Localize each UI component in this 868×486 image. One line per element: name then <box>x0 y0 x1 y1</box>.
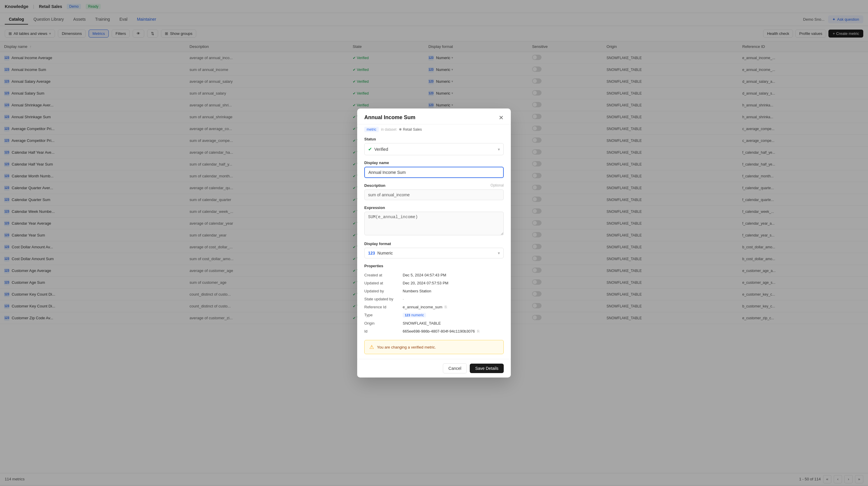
copy-reference-id-button[interactable]: ⎘ <box>444 305 447 309</box>
display-name-input[interactable] <box>364 167 504 178</box>
reference-id-key: Reference Id <box>364 305 403 309</box>
status-section: Status ✔ Verified ▾ <box>364 137 504 155</box>
verified-check-icon: ✔ <box>368 146 372 152</box>
modal-body: Status ✔ Verified ▾ Display name Descrip… <box>357 132 511 359</box>
expression-textarea[interactable]: SUM(e_annual_income) <box>364 212 504 235</box>
copy-id-button[interactable]: ⎘ <box>476 329 480 334</box>
prop-updated-by: Updated by Numbers Station <box>364 287 504 295</box>
status-label: Status <box>364 137 504 141</box>
id-key: Id <box>364 329 403 334</box>
prop-state-updated-by: State updated by - <box>364 295 504 303</box>
prop-id: Id 665ee698-986b-4807-804f-94c1190b3076 … <box>364 327 504 335</box>
type-badge-icon: 123 <box>405 313 410 317</box>
modal-overlay[interactable]: Annual Income Sum ✕ metric in dataset ❄ … <box>0 0 868 485</box>
modal-meta: metric in dataset ❄ Retail Sales <box>357 124 511 132</box>
status-value: Verified <box>374 147 495 152</box>
description-label: Description Optional <box>364 183 504 188</box>
prop-created-at: Created at Dec 5, 2024 04:57:43 PM <box>364 271 504 279</box>
type-badge: 123 numeric <box>403 313 426 317</box>
properties-section: Properties Created at Dec 5, 2024 04:57:… <box>364 264 504 335</box>
expression-label: Expression <box>364 205 504 210</box>
expression-section: Expression SUM(e_annual_income) <box>364 205 504 236</box>
status-dropdown[interactable]: ✔ Verified ▾ <box>364 143 504 155</box>
created-at-value: Dec 5, 2024 04:57:43 PM <box>403 273 446 277</box>
snowflake-icon: ❄ <box>399 127 402 132</box>
type-key: Type <box>364 313 403 317</box>
display-name-label: Display name <box>364 161 504 165</box>
warning-icon: ⚠ <box>369 344 374 350</box>
reference-id-value: e_annual_income_sum ⎘ <box>403 305 447 309</box>
warning-text: You are changing a verified metric. <box>377 345 436 349</box>
modal-header: Annual Income Sum ✕ <box>357 109 511 124</box>
type-value: 123 numeric <box>403 313 426 317</box>
properties-title: Properties <box>364 264 504 268</box>
display-format-label: Display format <box>364 241 504 246</box>
origin-key: Origin <box>364 321 403 325</box>
save-button[interactable]: Save Details <box>470 364 504 373</box>
description-section: Description Optional sum of annual_incom… <box>364 183 504 200</box>
format-value: Numeric <box>377 251 495 255</box>
prop-updated-at: Updated at Dec 20, 2024 07:57:53 PM <box>364 279 504 287</box>
display-name-section: Display name <box>364 161 504 178</box>
state-updated-by-value: - <box>403 297 404 301</box>
cancel-button[interactable]: Cancel <box>443 363 467 373</box>
created-at-key: Created at <box>364 273 403 277</box>
id-value: 665ee698-986b-4807-804f-94c1190b3076 ⎘ <box>403 329 480 334</box>
numeric-icon: 123 <box>368 251 375 255</box>
prop-origin: Origin SNOWFLAKE_TABLE <box>364 319 504 327</box>
modal-footer: Cancel Save Details <box>357 359 511 377</box>
description-input[interactable]: sum of annual_income <box>364 190 504 200</box>
warning-banner: ⚠ You are changing a verified metric. <box>364 340 504 354</box>
updated-at-value: Dec 20, 2024 07:57:53 PM <box>403 281 448 285</box>
prop-type: Type 123 numeric <box>364 311 504 319</box>
state-updated-by-key: State updated by <box>364 297 403 301</box>
modal-close-button[interactable]: ✕ <box>499 115 504 121</box>
updated-by-value: Numbers Station <box>403 289 431 293</box>
modal-meta-dataset: ❄ Retail Sales <box>399 127 422 132</box>
updated-by-key: Updated by <box>364 289 403 293</box>
modal-title: Annual Income Sum <box>364 114 415 121</box>
modal-meta-tag: metric <box>364 127 379 132</box>
metric-edit-modal: Annual Income Sum ✕ metric in dataset ❄ … <box>357 109 511 377</box>
optional-label: Optional <box>490 183 504 188</box>
updated-at-key: Updated at <box>364 281 403 285</box>
format-chevron-icon: ▾ <box>498 251 500 255</box>
display-format-section: Display format 123 Numeric ▾ <box>364 241 504 258</box>
status-chevron-icon: ▾ <box>498 147 500 152</box>
display-format-dropdown[interactable]: 123 Numeric ▾ <box>364 248 504 258</box>
prop-reference-id: Reference Id e_annual_income_sum ⎘ <box>364 303 504 311</box>
origin-value: SNOWFLAKE_TABLE <box>403 321 441 325</box>
